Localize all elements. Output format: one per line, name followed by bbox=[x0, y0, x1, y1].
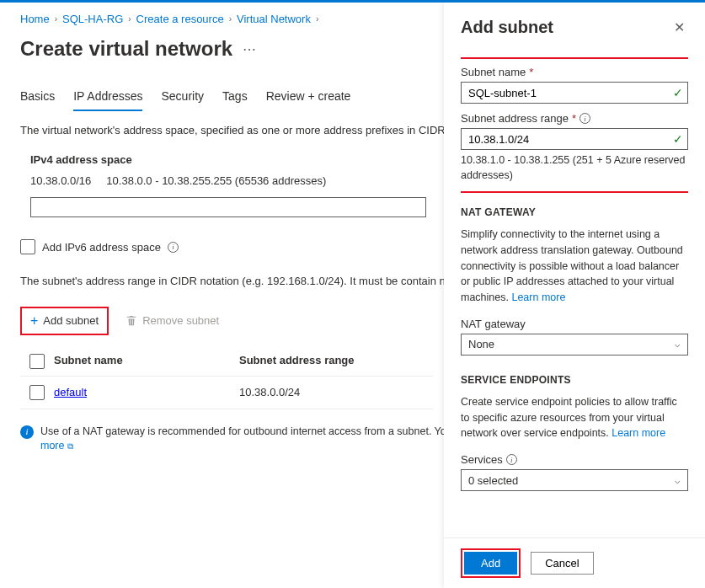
tab-review[interactable]: Review + create bbox=[266, 86, 351, 111]
tab-security[interactable]: Security bbox=[161, 86, 204, 111]
subnet-link-default[interactable]: default bbox=[54, 386, 87, 398]
nat-gateway-heading: NAT GATEWAY bbox=[461, 206, 688, 218]
info-icon: i bbox=[20, 425, 34, 439]
subnet-name-label: Subnet name * bbox=[461, 66, 688, 78]
ipv4-cidr: 10.38.0.0/16 bbox=[30, 174, 91, 187]
close-icon[interactable]: ✕ bbox=[670, 18, 688, 37]
nat-gateway-label: NAT gateway bbox=[461, 318, 688, 330]
add-subnet-panel: Add subnet ✕ Subnet name * ✓ Subnet addr… bbox=[444, 3, 705, 588]
services-select[interactable]: 0 selected ⌵ bbox=[461, 469, 688, 491]
subnet-range-label: Subnet address range * i bbox=[461, 112, 688, 125]
check-icon: ✓ bbox=[673, 86, 683, 99]
tab-tags[interactable]: Tags bbox=[222, 86, 248, 111]
trash-icon bbox=[126, 315, 137, 327]
more-icon[interactable]: ⋯ bbox=[243, 41, 256, 57]
subnet-table: Subnet name Subnet address range default… bbox=[20, 347, 433, 409]
check-icon: ✓ bbox=[673, 132, 683, 146]
row-checkbox[interactable] bbox=[29, 385, 45, 400]
subnet-range-helper: 10.38.1.0 - 10.38.1.255 (251 + 5 Azure r… bbox=[461, 153, 688, 183]
chevron-right-icon: › bbox=[316, 14, 318, 24]
nat-gateway-select[interactable]: None ⌵ bbox=[461, 334, 688, 355]
subnet-range-value: 10.38.0.0/24 bbox=[239, 386, 433, 398]
chevron-down-icon: ⌵ bbox=[675, 339, 681, 350]
col-subnet-range: Subnet address range bbox=[239, 354, 433, 369]
breadcrumb-rg[interactable]: SQL-HA-RG bbox=[62, 13, 123, 25]
remove-subnet-label: Remove subnet bbox=[142, 314, 219, 327]
breadcrumb-home[interactable]: Home bbox=[20, 13, 50, 25]
ipv4-range: 10.38.0.0 - 10.38.255.255 (65536 address… bbox=[106, 174, 326, 187]
page-title: Create virtual network bbox=[20, 37, 232, 61]
external-link-icon: ⧉ bbox=[67, 441, 73, 451]
select-all-checkbox[interactable] bbox=[29, 354, 45, 369]
service-endpoints-heading: SERVICE ENDPOINTS bbox=[461, 374, 688, 386]
add-button[interactable]: Add bbox=[464, 552, 517, 575]
address-space-input[interactable] bbox=[30, 197, 426, 217]
breadcrumb-vnet[interactable]: Virtual Network bbox=[237, 13, 311, 25]
table-row: default 10.38.0.0/24 bbox=[20, 377, 433, 409]
ipv6-label: Add IPv6 address space bbox=[42, 241, 161, 254]
learn-more-link[interactable]: Learn more bbox=[511, 291, 565, 303]
learn-more-link[interactable]: Learn more bbox=[612, 427, 665, 439]
tab-basics[interactable]: Basics bbox=[20, 86, 55, 111]
ipv6-checkbox[interactable] bbox=[20, 239, 35, 254]
subnet-name-input[interactable] bbox=[461, 82, 688, 104]
cancel-button[interactable]: Cancel bbox=[531, 552, 593, 575]
nat-gateway-value: None bbox=[468, 338, 494, 350]
col-subnet-name: Subnet name bbox=[54, 354, 239, 369]
add-subnet-button[interactable]: + Add subnet bbox=[20, 307, 109, 335]
info-icon[interactable]: i bbox=[506, 454, 517, 465]
plus-icon: + bbox=[30, 313, 38, 329]
panel-title: Add subnet bbox=[461, 18, 553, 37]
nat-gateway-desc: Simplify connectivity to the internet us… bbox=[461, 228, 683, 303]
chevron-right-icon: › bbox=[229, 14, 232, 24]
subnet-range-input[interactable] bbox=[461, 128, 688, 150]
info-icon[interactable]: i bbox=[579, 113, 590, 124]
services-value: 0 selected bbox=[468, 474, 518, 487]
add-subnet-label: Add subnet bbox=[43, 314, 99, 327]
chevron-down-icon: ⌵ bbox=[675, 475, 681, 486]
breadcrumb-create[interactable]: Create a resource bbox=[136, 13, 224, 25]
chevron-right-icon: › bbox=[128, 14, 131, 24]
info-icon[interactable]: i bbox=[168, 242, 179, 253]
tab-ip-addresses[interactable]: IP Addresses bbox=[73, 86, 142, 111]
chevron-right-icon: › bbox=[55, 14, 57, 24]
services-label: Services i bbox=[461, 453, 688, 466]
remove-subnet-button[interactable]: Remove subnet bbox=[126, 314, 219, 327]
